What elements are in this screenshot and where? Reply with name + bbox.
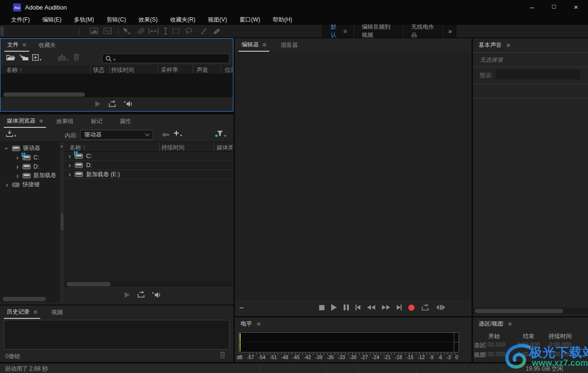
- menu-clip[interactable]: 剪辑(C): [100, 16, 132, 24]
- minimize-button[interactable]: –: [524, 0, 540, 14]
- add-shortcut-icon[interactable]: ▾: [173, 130, 182, 136]
- file-search-box[interactable]: ▾: [102, 54, 230, 63]
- import-media-icon[interactable]: ▾: [6, 130, 16, 137]
- rewind-button[interactable]: [367, 305, 375, 310]
- panel-menu-icon[interactable]: ≡: [39, 118, 43, 124]
- search-input[interactable]: [116, 55, 226, 62]
- scrollbar-thumb[interactable]: [3, 297, 46, 301]
- tab-effects-rack[interactable]: 效果组: [54, 114, 77, 128]
- menu-multitrack[interactable]: 多轨(M): [68, 16, 100, 24]
- column-duration[interactable]: 持续时间: [161, 144, 184, 152]
- selection-duration-value[interactable]: 0:00.000: [546, 341, 575, 348]
- media-row-c-drive[interactable]: › C:: [64, 152, 232, 161]
- media-row-d-drive[interactable]: › D:: [64, 161, 232, 170]
- column-status[interactable]: 状态: [93, 66, 104, 74]
- column-name[interactable]: 名称 ↑: [6, 66, 22, 74]
- media-row-new-volume[interactable]: › 新加载卷 (E:): [64, 170, 232, 179]
- files-list[interactable]: [0, 74, 233, 92]
- scrollbar-thumb[interactable]: [67, 282, 111, 286]
- menu-file[interactable]: 文件(F): [5, 16, 36, 24]
- pause-button[interactable]: [344, 305, 349, 310]
- tab-history[interactable]: 历史记录≡: [4, 305, 40, 319]
- chevron-collapsed-icon[interactable]: ›: [16, 163, 19, 170]
- menu-window[interactable]: 窗口(W): [233, 16, 266, 24]
- maximize-button[interactable]: □: [546, 0, 562, 14]
- move-tool-icon: [123, 28, 131, 35]
- loop-playback-icon[interactable]: [137, 291, 145, 298]
- scrollbar-thumb[interactable]: [475, 309, 563, 313]
- record-button[interactable]: [408, 305, 415, 311]
- tab-properties[interactable]: 属性: [117, 114, 134, 128]
- go-to-start-button[interactable]: [356, 305, 360, 310]
- tree-item-c-drive[interactable]: › C:: [0, 153, 60, 162]
- menu-view[interactable]: 视图(V): [202, 16, 233, 24]
- loop-playback-icon[interactable]: [108, 101, 116, 108]
- tab-markers[interactable]: 标记: [88, 114, 105, 128]
- chevron-collapsed-icon[interactable]: ›: [69, 153, 71, 159]
- chevron-expanded-icon[interactable]: ›: [3, 147, 10, 149]
- view-duration-value[interactable]: 0:00.000: [546, 351, 575, 358]
- column-duration[interactable]: 持续时间: [111, 66, 134, 74]
- menu-effects[interactable]: 效果(S): [132, 16, 164, 24]
- chevron-collapsed-icon[interactable]: ›: [6, 181, 8, 188]
- editor-canvas[interactable]: [235, 52, 472, 298]
- column-name[interactable]: 名称 ↑: [69, 144, 85, 152]
- workspace-overflow-button[interactable]: »: [443, 25, 457, 37]
- content-dropdown[interactable]: 驱动器: [80, 130, 153, 140]
- view-end-value[interactable]: 0:00.000: [517, 351, 540, 358]
- workspace-tab-edit-audio-to-video[interactable]: 编辑音频到视频: [354, 25, 403, 37]
- column-channels[interactable]: 声道: [196, 66, 208, 74]
- play-button[interactable]: [331, 304, 337, 311]
- panel-splitter[interactable]: ◂: [60, 142, 64, 303]
- new-content-icon[interactable]: ▾: [32, 54, 42, 61]
- history-list[interactable]: [4, 320, 230, 350]
- menu-help[interactable]: 帮助(H): [266, 16, 299, 24]
- panel-menu-icon[interactable]: ≡: [23, 42, 26, 48]
- tab-video[interactable]: 视频: [49, 305, 66, 319]
- column-media-type[interactable]: 媒体类型: [217, 144, 232, 152]
- menu-edit[interactable]: 编辑(E): [36, 16, 68, 24]
- skip-selection-icon[interactable]: [436, 305, 445, 310]
- chevron-collapsed-icon[interactable]: ›: [69, 171, 71, 178]
- panel-menu-icon[interactable]: ≡: [257, 321, 261, 327]
- scrollbar-thumb[interactable]: [3, 92, 85, 97]
- column-sample-rate[interactable]: 采样率: [161, 66, 178, 74]
- panel-menu-icon[interactable]: ≡: [508, 321, 512, 327]
- fast-forward-button[interactable]: [382, 305, 390, 310]
- import-file-icon[interactable]: [19, 54, 29, 61]
- tab-editor[interactable]: 编辑器≡: [239, 38, 269, 52]
- filter-icon[interactable]: ▾: [217, 130, 226, 137]
- tree-item-d-drive[interactable]: › D:: [0, 162, 60, 171]
- close-button[interactable]: ×: [568, 0, 584, 14]
- stop-button[interactable]: [319, 305, 324, 310]
- chevron-collapsed-icon[interactable]: ›: [69, 162, 71, 169]
- tab-files[interactable]: 文件≡: [4, 39, 29, 52]
- view-start-value[interactable]: 0:00.000: [483, 351, 506, 358]
- tree-item-shortcuts[interactable]: › 快捷键: [0, 180, 60, 189]
- tab-favorites[interactable]: 收藏夹: [36, 39, 59, 52]
- media-transport: [64, 287, 232, 303]
- panel-menu-icon[interactable]: ≡: [263, 42, 266, 48]
- toolbar-drag-handle[interactable]: [0, 26, 4, 36]
- tree-item-new-volume[interactable]: › 新加载卷: [0, 171, 60, 180]
- loop-playback-icon[interactable]: [421, 304, 429, 311]
- menu-favorites[interactable]: 收藏夹(R): [164, 16, 202, 24]
- panel-menu-icon[interactable]: ≡: [34, 309, 37, 315]
- splitter-collapse-icon[interactable]: ◂: [60, 144, 62, 148]
- autoplay-icon[interactable]: [152, 292, 161, 298]
- tab-media-browser[interactable]: 媒体浏览器≡: [4, 114, 46, 128]
- workspace-tab-radio-production[interactable]: 无线电作品: [404, 25, 443, 37]
- go-to-end-button[interactable]: [397, 305, 402, 310]
- workspace-tab-default[interactable]: 默认 ≡: [322, 25, 354, 37]
- selection-end-value[interactable]: 0:00.000: [517, 341, 540, 348]
- panel-menu-icon[interactable]: ≡: [507, 42, 510, 48]
- chevron-collapsed-icon[interactable]: ›: [16, 154, 19, 161]
- open-file-icon[interactable]: [6, 55, 15, 61]
- selection-start-value[interactable]: 0:00.000: [483, 341, 506, 348]
- workspace-menu-icon[interactable]: ≡: [343, 28, 347, 34]
- chevron-collapsed-icon[interactable]: ›: [16, 172, 19, 179]
- column-bit-depth[interactable]: 位深度: [225, 66, 233, 74]
- tree-item-drives[interactable]: › 驱动器: [0, 144, 60, 153]
- autoplay-icon[interactable]: [124, 101, 133, 107]
- tab-mixer[interactable]: 混音器: [278, 38, 301, 52]
